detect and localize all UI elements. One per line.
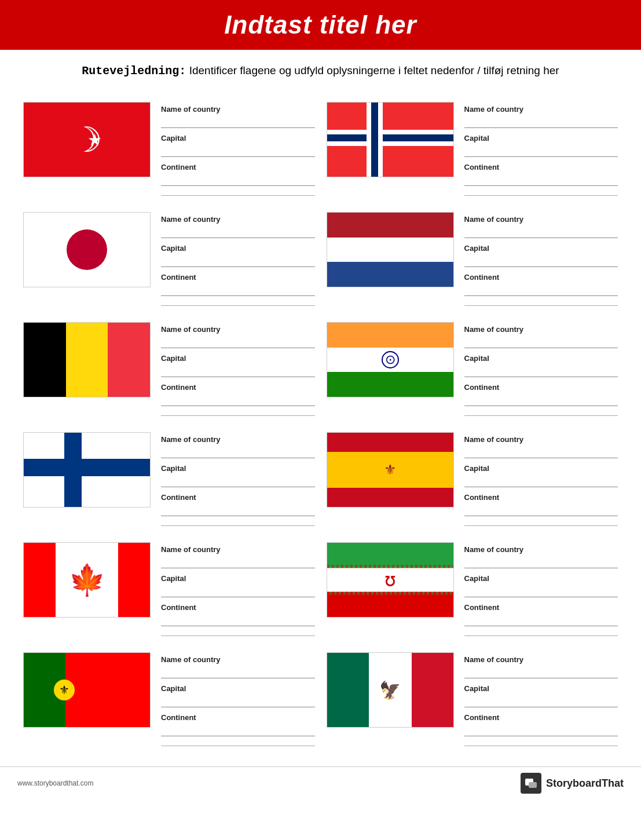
flag-portugal: ⚜ bbox=[23, 652, 151, 728]
canada-continent-line bbox=[161, 613, 315, 626]
footer-logo: StoryboardThat bbox=[521, 773, 624, 794]
belgium-name-line bbox=[161, 335, 315, 348]
iran-symbol-icon: ʊ bbox=[384, 569, 396, 591]
spain-bottom-line bbox=[464, 525, 618, 526]
flag-row-spain: ⚜ Name of country Capital Continent bbox=[321, 422, 624, 532]
norway-capital-group: Capital bbox=[464, 134, 618, 158]
norway-bottom-line bbox=[464, 195, 618, 196]
ir-top-pattern bbox=[327, 565, 453, 568]
fi-cross-v bbox=[24, 459, 150, 476]
mx-eagle-icon: 🦅 bbox=[379, 680, 401, 700]
netherlands-capital-label: Capital bbox=[464, 244, 618, 253]
flag-norway bbox=[327, 102, 454, 177]
japan-name-group: Name of country bbox=[161, 215, 315, 239]
spain-capital-line bbox=[464, 474, 618, 487]
iran-capital-line bbox=[464, 585, 618, 597]
be-yellow-stripe bbox=[66, 323, 108, 397]
page-title: Indtast titel her bbox=[17, 10, 624, 39]
mx-white-stripe: 🦅 bbox=[369, 653, 412, 727]
india-continent-group: Continent bbox=[464, 383, 618, 407]
finland-continent-group: Continent bbox=[161, 493, 315, 517]
iran-name-line bbox=[464, 556, 618, 568]
netherlands-bottom-line bbox=[464, 305, 618, 306]
turkey-capital-line bbox=[161, 144, 315, 157]
spain-capital-label: Capital bbox=[464, 464, 618, 473]
in-orange-stripe bbox=[327, 323, 453, 348]
spain-continent-group: Continent bbox=[464, 493, 618, 517]
flags-grid: ☽ ★ Name of country Capital Continent bbox=[0, 86, 641, 764]
turkey-name-line bbox=[161, 115, 315, 128]
mexico-capital-label: Capital bbox=[464, 684, 618, 693]
turkey-continent-group: Continent bbox=[161, 163, 315, 187]
japan-continent-group: Continent bbox=[161, 273, 315, 297]
flag-row-japan: Name of country Capital Continent bbox=[17, 202, 321, 312]
japan-capital-group: Capital bbox=[161, 244, 315, 268]
japan-name-line bbox=[161, 225, 315, 238]
japan-continent-label: Continent bbox=[161, 273, 315, 282]
canada-fields: Name of country Capital Continent bbox=[161, 542, 315, 636]
belgium-capital-label: Capital bbox=[161, 354, 315, 363]
finland-name-group: Name of country bbox=[161, 435, 315, 459]
canada-continent-label: Continent bbox=[161, 603, 315, 612]
mexico-continent-label: Continent bbox=[464, 713, 618, 722]
mexico-continent-group: Continent bbox=[464, 713, 618, 737]
spain-name-label: Name of country bbox=[464, 435, 618, 444]
mexico-name-line bbox=[464, 666, 618, 678]
be-red-stripe bbox=[108, 323, 150, 397]
netherlands-capital-line bbox=[464, 254, 618, 267]
portugal-continent-group: Continent bbox=[161, 713, 315, 737]
japan-capital-label: Capital bbox=[161, 244, 315, 253]
flag-netherlands bbox=[327, 212, 454, 287]
portugal-capital-line bbox=[161, 695, 315, 707]
flag-row-turkey: ☽ ★ Name of country Capital Continent bbox=[17, 92, 321, 202]
turkey-crescent-star: ☽ ★ bbox=[71, 119, 102, 160]
canada-name-line bbox=[161, 556, 315, 568]
es-red-top bbox=[327, 433, 453, 452]
india-capital-label: Capital bbox=[464, 354, 618, 363]
flag-row-netherlands: Name of country Capital Continent bbox=[321, 202, 624, 312]
instructions-text: Identificer flagene og udfyld oplysninge… bbox=[189, 64, 559, 76]
ca-red-left bbox=[24, 543, 56, 617]
flag-spain: ⚜ bbox=[327, 432, 454, 507]
spain-capital-group: Capital bbox=[464, 464, 618, 488]
canada-name-group: Name of country bbox=[161, 545, 315, 569]
japan-continent-line bbox=[161, 283, 315, 296]
norway-name-group: Name of country bbox=[464, 105, 618, 129]
india-name-line bbox=[464, 335, 618, 348]
flag-japan bbox=[23, 212, 151, 287]
portugal-name-line bbox=[161, 666, 315, 678]
india-continent-label: Continent bbox=[464, 383, 618, 392]
turkey-capital-group: Capital bbox=[161, 134, 315, 158]
mexico-fields: Name of country Capital Continent bbox=[464, 652, 618, 746]
flag-mexico: 🦅 bbox=[327, 652, 454, 728]
in-white-stripe bbox=[327, 348, 453, 372]
norway-name-line bbox=[464, 115, 618, 128]
canada-continent-group: Continent bbox=[161, 603, 315, 627]
flag-turkey: ☽ ★ bbox=[23, 102, 151, 177]
belgium-bottom-line bbox=[161, 415, 315, 416]
turkey-capital-label: Capital bbox=[161, 134, 315, 143]
norway-fields: Name of country Capital Continent bbox=[464, 102, 618, 196]
iran-bottom-line bbox=[464, 636, 618, 636]
footer-url: www.storyboardthat.com bbox=[17, 779, 93, 787]
svg-rect-1 bbox=[529, 782, 537, 788]
footer: www.storyboardthat.com StoryboardThat bbox=[0, 766, 641, 798]
turkey-fields: Name of country Capital Continent bbox=[161, 102, 315, 196]
japan-fields: Name of country Capital Continent bbox=[161, 212, 315, 306]
portugal-capital-label: Capital bbox=[161, 684, 315, 693]
portugal-continent-line bbox=[161, 724, 315, 736]
india-capital-line bbox=[464, 364, 618, 377]
belgium-capital-group: Capital bbox=[161, 354, 315, 378]
iran-name-label: Name of country bbox=[464, 545, 618, 554]
ca-white-center: 🍁 bbox=[56, 543, 118, 617]
instructions-block: Rutevejledning: Identificer flagene og u… bbox=[0, 50, 641, 86]
norway-capital-label: Capital bbox=[464, 134, 618, 143]
belgium-continent-line bbox=[161, 393, 315, 406]
netherlands-name-group: Name of country bbox=[464, 215, 618, 239]
finland-capital-line bbox=[161, 474, 315, 487]
spain-continent-label: Continent bbox=[464, 493, 618, 502]
finland-name-label: Name of country bbox=[161, 435, 315, 444]
turkey-name-group: Name of country bbox=[161, 105, 315, 129]
iran-continent-group: Continent bbox=[464, 603, 618, 627]
india-name-group: Name of country bbox=[464, 325, 618, 349]
